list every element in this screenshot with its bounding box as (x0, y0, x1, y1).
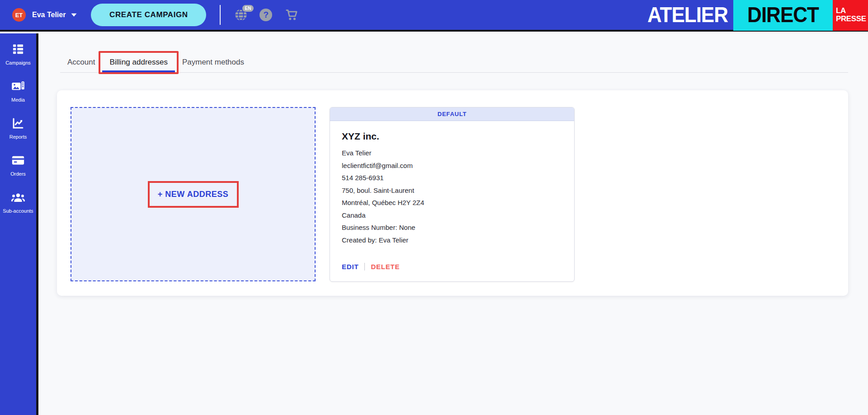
settings-tabs: Account Billing addresses Payment method… (60, 53, 848, 72)
created-by: Created by: Eva Telier (342, 236, 562, 244)
contact-name: Eva Telier (342, 149, 562, 157)
tab-billing-addresses[interactable]: Billing addresses (102, 53, 175, 72)
delete-button[interactable]: DELETE (371, 263, 400, 270)
chevron-down-icon[interactable] (71, 13, 77, 17)
top-header: ET Eva Telier CREATE CAMPAIGN EN ? (0, 0, 868, 32)
user-name[interactable]: Eva Telier (32, 11, 66, 19)
billing-addresses-panel: + NEW ADDRESS DEFAULT XYZ inc. Eva Telie… (57, 90, 848, 296)
logo-atelier-text: ATELIER (647, 3, 728, 27)
actions-divider (364, 263, 365, 270)
sidebar-item-reports[interactable]: Reports (0, 117, 36, 145)
sub-accounts-icon (11, 191, 25, 205)
sidebar-item-orders[interactable]: Orders (0, 154, 36, 182)
contact-email: leclientfictif@gmail.com (342, 162, 562, 170)
sidebar-item-campaigns[interactable]: Campaigns (0, 43, 36, 70)
new-address-dropzone[interactable]: + NEW ADDRESS (71, 107, 316, 281)
help-icon[interactable]: ? (259, 9, 272, 21)
tab-account[interactable]: Account (60, 53, 102, 72)
street-address: 750, boul. Saint-Laurent (342, 187, 562, 195)
default-badge: DEFAULT (330, 107, 574, 121)
create-campaign-button[interactable]: CREATE CAMPAIGN (91, 4, 206, 26)
logo-direct-block: DIRECT (733, 0, 833, 31)
atelier-direct-logo[interactable]: ATELIER DIRECT LA PRESSE (647, 0, 868, 31)
company-name: XYZ inc. (342, 131, 562, 142)
header-divider (220, 5, 221, 25)
sidebar-item-sub-accounts[interactable]: Sub-accounts (0, 191, 36, 219)
new-address-button[interactable]: + NEW ADDRESS (158, 190, 228, 199)
business-number: Business Number: None (342, 224, 562, 232)
reports-icon (12, 117, 24, 131)
tabs-divider (60, 72, 848, 73)
annotation-box: + NEW ADDRESS (148, 181, 239, 208)
edit-button[interactable]: EDIT (342, 263, 359, 270)
main-content: Account Billing addresses Payment method… (38, 33, 868, 415)
country: Canada (342, 211, 562, 219)
media-icon (11, 80, 25, 94)
logo-lapresse-block: LA PRESSE (833, 0, 868, 31)
orders-icon (11, 154, 25, 168)
contact-phone: 514 285-6931 (342, 174, 562, 182)
avatar[interactable]: ET (12, 8, 26, 22)
sidebar-item-media[interactable]: Media (0, 80, 36, 107)
language-globe-icon[interactable]: EN (234, 8, 248, 22)
language-badge: EN (242, 5, 254, 12)
sidebar: Campaigns Media Reports (0, 33, 38, 415)
cart-icon[interactable] (284, 8, 298, 22)
campaigns-icon (12, 43, 24, 57)
tab-payment-methods[interactable]: Payment methods (175, 53, 251, 72)
billing-address-card: DEFAULT XYZ inc. Eva Telier leclientfict… (330, 107, 575, 282)
city-province-postal: Montréal, Québec H2Y 2Z4 (342, 199, 562, 207)
